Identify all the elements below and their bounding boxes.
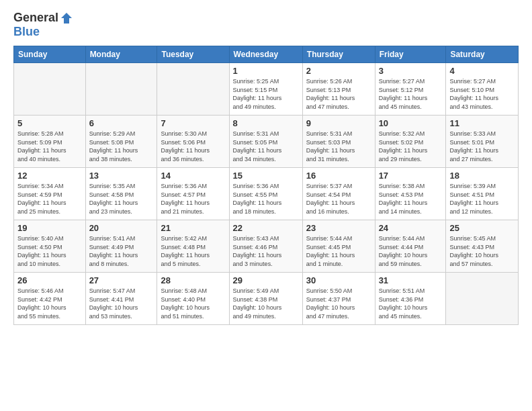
calendar-cell — [85, 63, 157, 116]
day-number: 21 — [161, 223, 225, 233]
logo-general: General — [13, 11, 58, 25]
calendar-cell: 19Sunrise: 5:40 AMSunset: 4:50 PMDayligh… — [14, 220, 86, 273]
day-number: 26 — [17, 275, 82, 285]
calendar-cell: 29Sunrise: 5:49 AMSunset: 4:38 PMDayligh… — [229, 273, 302, 325]
day-number: 20 — [89, 223, 154, 233]
day-number: 11 — [449, 118, 515, 128]
calendar-cell: 5Sunrise: 5:28 AMSunset: 5:09 PMDaylight… — [14, 116, 86, 168]
day-info: Sunrise: 5:29 AMSunset: 5:08 PMDaylight:… — [89, 130, 154, 163]
calendar-cell: 24Sunrise: 5:44 AMSunset: 4:44 PMDayligh… — [375, 220, 446, 273]
day-info: Sunrise: 5:30 AMSunset: 5:06 PMDaylight:… — [161, 130, 225, 163]
day-number: 30 — [306, 275, 371, 285]
svg-marker-0 — [61, 13, 72, 24]
day-number: 27 — [89, 275, 154, 285]
day-info: Sunrise: 5:36 AMSunset: 4:55 PMDaylight:… — [233, 182, 299, 216]
calendar-cell: 23Sunrise: 5:44 AMSunset: 4:45 PMDayligh… — [302, 220, 375, 273]
column-header-saturday: Saturday — [446, 46, 519, 63]
day-info: Sunrise: 5:31 AMSunset: 5:03 PMDaylight:… — [306, 130, 371, 163]
day-info: Sunrise: 5:38 AMSunset: 4:53 PMDaylight:… — [379, 182, 443, 216]
day-info: Sunrise: 5:44 AMSunset: 4:44 PMDaylight:… — [379, 234, 443, 268]
column-header-tuesday: Tuesday — [157, 46, 229, 63]
calendar-cell: 30Sunrise: 5:50 AMSunset: 4:37 PMDayligh… — [302, 273, 375, 325]
day-info: Sunrise: 5:47 AMSunset: 4:41 PMDaylight:… — [89, 287, 154, 320]
page-container: General Blue SundayMondayTuesdayWednesda… — [0, 0, 532, 411]
day-number: 10 — [379, 118, 443, 128]
day-info: Sunrise: 5:27 AMSunset: 5:12 PMDaylight:… — [379, 77, 443, 111]
day-info: Sunrise: 5:40 AMSunset: 4:50 PMDaylight:… — [17, 234, 82, 268]
day-info: Sunrise: 5:37 AMSunset: 4:54 PMDaylight:… — [306, 182, 371, 216]
calendar-week-row: 26Sunrise: 5:46 AMSunset: 4:42 PMDayligh… — [14, 273, 519, 325]
calendar-cell: 16Sunrise: 5:37 AMSunset: 4:54 PMDayligh… — [302, 168, 375, 220]
calendar-cell: 25Sunrise: 5:45 AMSunset: 4:43 PMDayligh… — [446, 220, 519, 273]
day-info: Sunrise: 5:50 AMSunset: 4:37 PMDaylight:… — [306, 287, 371, 320]
day-info: Sunrise: 5:44 AMSunset: 4:45 PMDaylight:… — [306, 234, 371, 268]
calendar-cell: 20Sunrise: 5:41 AMSunset: 4:49 PMDayligh… — [85, 220, 157, 273]
calendar-cell: 4Sunrise: 5:27 AMSunset: 5:10 PMDaylight… — [446, 63, 519, 116]
calendar-cell: 27Sunrise: 5:47 AMSunset: 4:41 PMDayligh… — [85, 273, 157, 325]
calendar-cell: 17Sunrise: 5:38 AMSunset: 4:53 PMDayligh… — [375, 168, 446, 220]
day-info: Sunrise: 5:46 AMSunset: 4:42 PMDaylight:… — [17, 287, 82, 320]
header: General Blue — [13, 11, 519, 39]
calendar-cell: 2Sunrise: 5:26 AMSunset: 5:13 PMDaylight… — [302, 63, 375, 116]
column-header-thursday: Thursday — [302, 46, 375, 63]
day-number: 23 — [306, 223, 371, 233]
calendar-cell — [446, 273, 519, 325]
day-info: Sunrise: 5:49 AMSunset: 4:38 PMDaylight:… — [233, 287, 299, 320]
day-info: Sunrise: 5:43 AMSunset: 4:46 PMDaylight:… — [233, 234, 299, 268]
day-info: Sunrise: 5:51 AMSunset: 4:36 PMDaylight:… — [379, 287, 443, 320]
day-number: 14 — [161, 171, 225, 181]
logo-icon — [60, 11, 73, 25]
calendar-cell — [14, 63, 86, 116]
day-number: 16 — [306, 171, 371, 181]
day-info: Sunrise: 5:34 AMSunset: 4:59 PMDaylight:… — [17, 182, 82, 216]
day-info: Sunrise: 5:36 AMSunset: 4:57 PMDaylight:… — [161, 182, 225, 216]
calendar-cell: 31Sunrise: 5:51 AMSunset: 4:36 PMDayligh… — [375, 273, 446, 325]
calendar-header-row: SundayMondayTuesdayWednesdayThursdayFrid… — [14, 46, 519, 63]
column-header-monday: Monday — [85, 46, 157, 63]
column-header-friday: Friday — [375, 46, 446, 63]
day-number: 24 — [379, 223, 443, 233]
day-info: Sunrise: 5:48 AMSunset: 4:40 PMDaylight:… — [161, 287, 225, 320]
day-info: Sunrise: 5:31 AMSunset: 5:05 PMDaylight:… — [233, 130, 299, 163]
calendar-cell: 26Sunrise: 5:46 AMSunset: 4:42 PMDayligh… — [14, 273, 86, 325]
calendar-cell: 28Sunrise: 5:48 AMSunset: 4:40 PMDayligh… — [157, 273, 229, 325]
calendar-week-row: 1Sunrise: 5:25 AMSunset: 5:15 PMDaylight… — [14, 63, 519, 116]
day-info: Sunrise: 5:25 AMSunset: 5:15 PMDaylight:… — [233, 77, 299, 111]
day-number: 12 — [17, 171, 82, 181]
day-number: 17 — [379, 171, 443, 181]
calendar-cell: 18Sunrise: 5:39 AMSunset: 4:51 PMDayligh… — [446, 168, 519, 220]
calendar-cell: 13Sunrise: 5:35 AMSunset: 4:58 PMDayligh… — [85, 168, 157, 220]
day-number: 31 — [379, 275, 443, 285]
day-info: Sunrise: 5:26 AMSunset: 5:13 PMDaylight:… — [306, 77, 371, 111]
day-info: Sunrise: 5:35 AMSunset: 4:58 PMDaylight:… — [89, 182, 154, 216]
calendar-week-row: 12Sunrise: 5:34 AMSunset: 4:59 PMDayligh… — [14, 168, 519, 220]
calendar-cell: 14Sunrise: 5:36 AMSunset: 4:57 PMDayligh… — [157, 168, 229, 220]
calendar-cell: 21Sunrise: 5:42 AMSunset: 4:48 PMDayligh… — [157, 220, 229, 273]
day-number: 9 — [306, 118, 371, 128]
day-number: 8 — [233, 118, 299, 128]
day-info: Sunrise: 5:28 AMSunset: 5:09 PMDaylight:… — [17, 130, 82, 163]
column-header-wednesday: Wednesday — [229, 46, 302, 63]
day-number: 28 — [161, 275, 225, 285]
calendar-cell: 10Sunrise: 5:32 AMSunset: 5:02 PMDayligh… — [375, 116, 446, 168]
logo-blue: Blue — [13, 25, 73, 39]
day-number: 25 — [449, 223, 515, 233]
day-number: 2 — [306, 66, 371, 76]
calendar-cell: 3Sunrise: 5:27 AMSunset: 5:12 PMDaylight… — [375, 63, 446, 116]
day-number: 4 — [449, 66, 515, 76]
calendar-cell: 22Sunrise: 5:43 AMSunset: 4:46 PMDayligh… — [229, 220, 302, 273]
day-info: Sunrise: 5:27 AMSunset: 5:10 PMDaylight:… — [449, 77, 515, 111]
calendar-cell: 6Sunrise: 5:29 AMSunset: 5:08 PMDaylight… — [85, 116, 157, 168]
calendar-cell: 7Sunrise: 5:30 AMSunset: 5:06 PMDaylight… — [157, 116, 229, 168]
calendar-week-row: 5Sunrise: 5:28 AMSunset: 5:09 PMDaylight… — [14, 116, 519, 168]
calendar-week-row: 19Sunrise: 5:40 AMSunset: 4:50 PMDayligh… — [14, 220, 519, 273]
calendar-cell: 9Sunrise: 5:31 AMSunset: 5:03 PMDaylight… — [302, 116, 375, 168]
calendar-cell: 12Sunrise: 5:34 AMSunset: 4:59 PMDayligh… — [14, 168, 86, 220]
day-number: 5 — [17, 118, 82, 128]
day-info: Sunrise: 5:41 AMSunset: 4:49 PMDaylight:… — [89, 234, 154, 268]
day-number: 1 — [233, 66, 299, 76]
column-header-sunday: Sunday — [14, 46, 86, 63]
day-number: 22 — [233, 223, 299, 233]
day-info: Sunrise: 5:32 AMSunset: 5:02 PMDaylight:… — [379, 130, 443, 163]
day-number: 7 — [161, 118, 225, 128]
